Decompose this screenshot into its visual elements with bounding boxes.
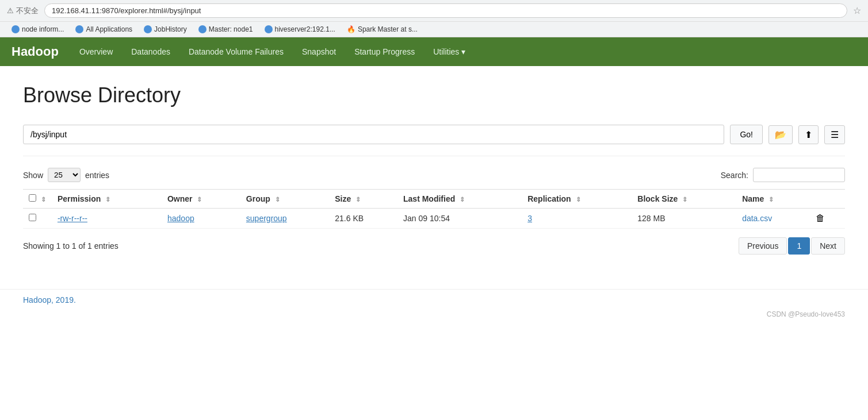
cell-group: supergroup xyxy=(240,209,329,229)
owner-link[interactable]: hadoop xyxy=(167,214,194,223)
header-block-size[interactable]: Block Size ⇕ xyxy=(632,190,736,209)
security-warning: ⚠ 不安全 xyxy=(7,6,39,16)
header-owner[interactable]: Owner ⇕ xyxy=(162,190,240,209)
pagination-row: Showing 1 to 1 of 1 entries Previous 1 N… xyxy=(23,237,845,255)
search-box: Search: xyxy=(721,168,845,182)
select-all-checkbox[interactable] xyxy=(29,194,36,202)
bookmark-label: node inform... xyxy=(22,25,64,33)
cell-delete: 🗑 xyxy=(810,209,845,229)
bookmark-hiveserver2[interactable]: hiveserver2:192.1... xyxy=(260,24,340,34)
permission-link[interactable]: -rw-r--r-- xyxy=(58,214,87,223)
cell-permission: -rw-r--r-- xyxy=(52,209,162,229)
sort-group-icon: ⇕ xyxy=(275,196,280,203)
list-icon-button[interactable]: ☰ xyxy=(824,125,845,144)
sort-last-modified-icon: ⇕ xyxy=(460,196,465,203)
bookmark-star-icon[interactable]: ☆ xyxy=(853,5,861,16)
dropdown-arrow-icon: ▾ xyxy=(461,47,465,56)
bookmark-label: Master: node1 xyxy=(209,25,253,33)
hadoop-link[interactable]: Hadoop, 2019. xyxy=(0,295,868,310)
warning-text: 不安全 xyxy=(16,6,39,16)
trash-icon: 🗑 xyxy=(816,213,825,223)
list-icon: ☰ xyxy=(831,130,839,140)
attribution: CSDN @Pseudo-love453 xyxy=(0,310,868,330)
bookmark-label: Spark Master at s... xyxy=(358,25,418,33)
sort-owner-icon: ⇕ xyxy=(197,196,202,203)
table-header-row: ⇕ Permission ⇕ Owner ⇕ Group ⇕ Size ⇕ xyxy=(23,190,845,209)
folder-icon-button[interactable]: 📂 xyxy=(768,125,793,144)
cell-block-size: 128 MB xyxy=(632,209,736,229)
show-label: Show xyxy=(23,171,43,180)
cell-name: data.csv xyxy=(736,209,810,229)
utilities-label: Utilities xyxy=(433,47,459,56)
search-input[interactable] xyxy=(753,168,845,182)
globe-icon xyxy=(75,25,83,33)
bookmark-label: hiveserver2:192.1... xyxy=(275,25,335,33)
showing-text: Showing 1 to 1 of 1 entries xyxy=(23,241,118,251)
nav-link-datanodes[interactable]: Datanodes xyxy=(122,37,179,66)
bookmark-master-node1[interactable]: Master: node1 xyxy=(194,24,258,34)
address-bar[interactable]: 192.168.41.11:9870/explorer.html#/bysj/i… xyxy=(44,3,847,18)
cell-size: 21.6 KB xyxy=(329,209,397,229)
table-row: -rw-r--r-- hadoop supergroup 21.6 KB Jan… xyxy=(23,209,845,229)
nav-link-utilities[interactable]: Utilities ▾ xyxy=(424,37,475,66)
warning-icon: ⚠ xyxy=(7,6,14,15)
header-actions xyxy=(810,190,845,209)
cell-replication: 3 xyxy=(522,209,632,229)
pagination: Previous 1 Next xyxy=(739,237,845,255)
folder-icon: 📂 xyxy=(775,130,786,140)
navbar-brand[interactable]: Hadoop xyxy=(12,44,59,59)
page-1-button[interactable]: 1 xyxy=(788,237,810,255)
sort-block-size-icon: ⇕ xyxy=(682,196,687,203)
delete-button[interactable]: 🗑 xyxy=(816,213,825,224)
footer: Hadoop, 2019. CSDN @Pseudo-love453 xyxy=(0,289,868,330)
spark-icon: 🔥 xyxy=(347,25,355,33)
path-input[interactable] xyxy=(23,125,724,144)
bookmarks-bar: node inform... All Applications JobHisto… xyxy=(0,22,868,37)
bookmark-label: JobHistory xyxy=(154,25,187,33)
row-checkbox[interactable] xyxy=(29,214,36,221)
globe-icon xyxy=(265,25,273,33)
cell-last-modified: Jan 09 10:54 xyxy=(397,209,522,229)
header-name[interactable]: Name ⇕ xyxy=(736,190,810,209)
next-button[interactable]: Next xyxy=(811,237,845,255)
file-name-link[interactable]: data.csv xyxy=(742,214,772,223)
main-content: Browse Directory Go! 📂 ⬆ ☰ Show 10 25 50… xyxy=(0,66,868,272)
page-title: Browse Directory xyxy=(23,83,845,107)
nav-link-overview[interactable]: Overview xyxy=(70,37,122,66)
header-replication[interactable]: Replication ⇕ xyxy=(522,190,632,209)
sort-size-icon: ⇕ xyxy=(355,196,361,203)
select-all-header: ⇕ xyxy=(23,190,52,209)
bookmark-all-applications[interactable]: All Applications xyxy=(71,24,137,34)
navbar: Hadoop Overview Datanodes Datanode Volum… xyxy=(0,37,868,66)
bookmark-spark-master[interactable]: 🔥 Spark Master at s... xyxy=(342,24,422,34)
show-entries: Show 10 25 50 100 entries xyxy=(23,168,109,182)
bookmark-label: All Applications xyxy=(86,25,132,33)
header-permission[interactable]: Permission ⇕ xyxy=(52,190,162,209)
entries-select[interactable]: 10 25 50 100 xyxy=(48,168,81,182)
sort-icon: ⇕ xyxy=(41,196,46,203)
navbar-links: Overview Datanodes Datanode Volume Failu… xyxy=(70,37,475,66)
search-label: Search: xyxy=(721,171,748,180)
entries-label: entries xyxy=(85,171,109,180)
cell-owner: hadoop xyxy=(162,209,240,229)
header-size[interactable]: Size ⇕ xyxy=(329,190,397,209)
go-button[interactable]: Go! xyxy=(730,125,763,144)
nav-link-snapshot[interactable]: Snapshot xyxy=(293,37,345,66)
header-last-modified[interactable]: Last Modified ⇕ xyxy=(397,190,522,209)
header-group[interactable]: Group ⇕ xyxy=(240,190,329,209)
bookmark-node-inform[interactable]: node inform... xyxy=(7,24,68,34)
browser-bar: ⚠ 不安全 192.168.41.11:9870/explorer.html#/… xyxy=(0,0,868,22)
globe-icon xyxy=(12,25,20,33)
upload-icon-button[interactable]: ⬆ xyxy=(798,125,819,144)
data-table: ⇕ Permission ⇕ Owner ⇕ Group ⇕ Size ⇕ xyxy=(23,189,845,229)
footer-divider xyxy=(0,289,868,290)
bookmark-jobhistory[interactable]: JobHistory xyxy=(139,24,192,34)
group-link[interactable]: supergroup xyxy=(246,214,287,223)
previous-button[interactable]: Previous xyxy=(739,237,787,255)
sort-name-icon: ⇕ xyxy=(768,196,774,203)
nav-link-datanode-volume-failures[interactable]: Datanode Volume Failures xyxy=(179,37,293,66)
table-controls: Show 10 25 50 100 entries Search: xyxy=(23,168,845,182)
nav-link-startup-progress[interactable]: Startup Progress xyxy=(345,37,424,66)
upload-icon: ⬆ xyxy=(805,130,812,140)
replication-link[interactable]: 3 xyxy=(527,214,532,223)
